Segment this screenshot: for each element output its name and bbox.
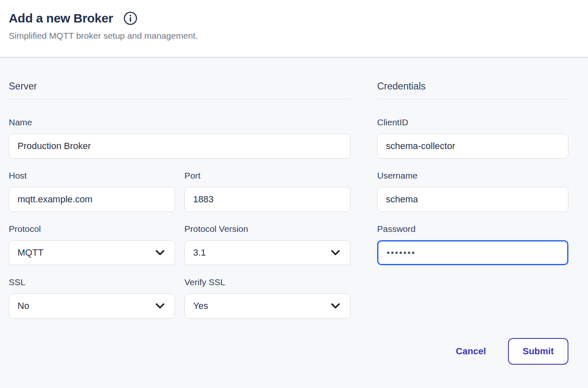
server-section-divider [9, 99, 350, 99]
ssl-selected-value: No [18, 301, 29, 311]
verify-ssl-selected-value: Yes [193, 301, 208, 311]
ssl-label: SSL [9, 277, 175, 287]
info-circle-icon[interactable] [123, 11, 138, 25]
credentials-section-title: Credentials [377, 81, 568, 92]
ssl-select[interactable]: No [9, 293, 175, 318]
protocol-selected-value: MQTT [18, 247, 43, 258]
protocol-version-field-group: Protocol Version 3.1 [185, 224, 351, 265]
username-field-group: Username [377, 171, 568, 212]
name-label: Name [9, 117, 350, 127]
name-input[interactable] [9, 134, 350, 159]
submit-button[interactable]: Submit [508, 338, 568, 365]
protocol-version-selected-value: 3.1 [193, 247, 206, 258]
cancel-button[interactable]: Cancel [456, 346, 486, 357]
client-id-label: ClientID [377, 117, 568, 127]
protocol-field-group: Protocol MQTT [9, 224, 175, 265]
server-section-title: Server [9, 81, 350, 92]
credentials-section-divider [377, 99, 568, 99]
broker-form: Server Name Host Port Protocol MQTT [0, 58, 588, 365]
client-id-field-group: ClientID [377, 117, 568, 159]
host-field-group: Host [9, 171, 175, 212]
client-id-input[interactable] [377, 134, 568, 159]
protocol-version-label: Protocol Version [185, 224, 351, 234]
verify-ssl-field-group: Verify SSL Yes [185, 277, 351, 318]
server-section: Server Name Host Port Protocol MQTT [9, 81, 350, 365]
credentials-section: Credentials ClientID Username Password C… [377, 81, 568, 365]
port-label: Port [185, 171, 351, 181]
port-input[interactable] [185, 187, 351, 212]
username-input[interactable] [377, 187, 568, 212]
password-input[interactable] [377, 240, 568, 265]
protocol-select[interactable]: MQTT [9, 240, 175, 265]
host-input[interactable] [9, 187, 175, 212]
username-label: Username [377, 171, 568, 181]
protocol-version-select[interactable]: 3.1 [185, 240, 351, 265]
chevron-down-icon [155, 250, 165, 256]
port-field-group: Port [185, 171, 351, 212]
chevron-down-icon [155, 303, 165, 309]
ssl-field-group: SSL No [9, 277, 175, 318]
verify-ssl-label: Verify SSL [185, 277, 351, 287]
page-title: Add a new Broker [9, 11, 113, 25]
chevron-down-icon [331, 250, 340, 256]
password-label: Password [377, 224, 568, 234]
page-header: Add a new Broker Simplified MQTT broker … [0, 0, 588, 58]
chevron-down-icon [331, 303, 340, 309]
page-subtitle: Simplified MQTT broker setup and managem… [9, 31, 588, 41]
password-field-group: Password [377, 224, 568, 265]
name-field-group: Name [9, 117, 350, 159]
verify-ssl-select[interactable]: Yes [185, 293, 351, 318]
protocol-label: Protocol [9, 224, 175, 234]
form-actions: Cancel Submit [377, 338, 568, 365]
host-label: Host [9, 171, 175, 181]
